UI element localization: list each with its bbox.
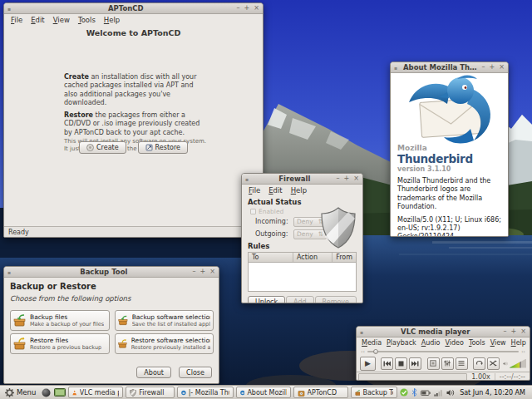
minimize-button[interactable]: – <box>193 268 196 275</box>
gear-icon <box>5 388 14 397</box>
task-button-thunderbird-main[interactable]: |- Mozilla Thunde... <box>177 387 234 398</box>
play-button[interactable]: ▶ <box>360 357 376 371</box>
close-button[interactable]: × <box>499 64 505 71</box>
window-menu-icon[interactable]: ▪ <box>245 176 253 182</box>
restore-software-option[interactable]: Restore software selection Restore previ… <box>115 333 214 354</box>
task-button-aptoncd[interactable]: APTonCD <box>293 387 348 398</box>
seek-back-marker: ‹‹ <box>361 349 365 354</box>
loop-button[interactable] <box>473 357 485 370</box>
backup-software-option[interactable]: Backup software selection Save the list … <box>115 310 214 331</box>
menu-tools[interactable]: Tools <box>74 15 100 25</box>
close-button[interactable]: Close <box>179 367 212 378</box>
seek-handle[interactable] <box>373 349 378 354</box>
restore-button[interactable]: Restore <box>138 141 188 154</box>
thunderbird-titlebar[interactable]: ▪ About Mozilla Thunderbird – + × <box>391 62 508 73</box>
volume-slider[interactable] <box>510 359 526 368</box>
task-button-backup-tool[interactable]: Backup Tool <box>351 387 398 398</box>
extended-settings-button[interactable] <box>441 357 454 370</box>
window-menu-icon[interactable]: ▪ <box>7 6 15 12</box>
browser-launcher-icon[interactable] <box>41 387 52 398</box>
menu-video[interactable]: Video <box>442 338 466 347</box>
vlc-titlebar[interactable]: ▪ VLC media player – + × <box>357 327 530 337</box>
close-button[interactable]: × <box>353 175 359 182</box>
menu-help[interactable]: Help <box>100 15 124 25</box>
backup-heading: Backup or Restore <box>10 282 213 291</box>
firewall-content: Actual Status Enabled Incoming: Deny ⇅ O… <box>242 195 362 303</box>
maximize-button[interactable]: + <box>244 5 250 12</box>
clock[interactable]: Sat Jun 4, 10:20 AM <box>458 389 528 397</box>
battery-icon[interactable] <box>421 389 431 397</box>
maximize-button[interactable]: + <box>344 175 350 182</box>
menu-help[interactable]: Help <box>287 185 311 195</box>
seek-forward-marker: ›› <box>521 349 525 354</box>
network-signal-icon[interactable] <box>434 389 443 397</box>
task-button-vlc[interactable]: VLC media player <box>68 387 123 398</box>
rules-table-body[interactable] <box>249 263 356 291</box>
restore-files-option[interactable]: Restore files Restore a previous backup <box>10 333 110 354</box>
thunderbird-logo <box>399 74 500 144</box>
thunderbird-mini-icon <box>181 389 186 397</box>
speaker-icon[interactable] <box>503 360 508 367</box>
maximize-button[interactable]: + <box>490 64 495 71</box>
backup-files-option[interactable]: Backup files Make a backup of your files <box>10 310 110 331</box>
volume-handle[interactable] <box>520 359 521 368</box>
menu-help[interactable]: Help <box>509 338 529 347</box>
seek-slider[interactable] <box>367 348 519 354</box>
aptoncd-create-description: Create an installation disc with all you… <box>64 73 207 108</box>
aptoncd-statusbar: Ready <box>4 226 263 237</box>
menu-edit[interactable]: Edit <box>27 15 48 25</box>
close-button[interactable]: × <box>520 328 526 335</box>
minimize-button[interactable]: – <box>504 328 507 335</box>
close-button[interactable]: × <box>254 5 259 12</box>
menu-edit[interactable]: Edit <box>264 185 286 195</box>
menu-audio[interactable]: Audio <box>419 338 443 347</box>
menu-playback[interactable]: Playback <box>384 338 419 347</box>
task-button-thunderbird-about[interactable]: About Mozilla Th... <box>236 387 291 398</box>
menu-file[interactable]: File <box>7 15 27 25</box>
about-button[interactable]: About <box>136 367 171 378</box>
minimize-button[interactable]: – <box>482 64 485 71</box>
menu-file[interactable]: File <box>244 185 264 195</box>
menu-view[interactable]: View <box>488 338 509 347</box>
aptoncd-content: Welcome to APTonCD Create an installatio… <box>4 25 263 226</box>
thunderbird-brand: Thunderbird <box>397 152 508 165</box>
previous-button[interactable] <box>381 357 393 370</box>
playlist-button[interactable] <box>456 357 468 370</box>
column-header-from[interactable]: From <box>332 253 356 262</box>
restore-lead: Restore <box>64 111 93 119</box>
shuffle-button[interactable] <box>487 357 500 370</box>
backup-titlebar[interactable]: ▪ Backup Tool – + × <box>4 267 219 278</box>
display-launcher-icon[interactable] <box>54 387 66 398</box>
time-display[interactable]: --:--/--:-- <box>495 373 530 381</box>
fullscreen-button[interactable] <box>427 357 440 370</box>
aptoncd-titlebar[interactable]: ▪ APTonCD – + × <box>4 3 263 14</box>
maximize-button[interactable]: + <box>200 268 206 275</box>
aptoncd-welcome-heading: Welcome to APTonCD <box>4 28 263 37</box>
menu-view[interactable]: View <box>49 15 74 25</box>
bluetooth-icon[interactable] <box>411 388 417 397</box>
volume-tray-icon[interactable] <box>446 389 455 397</box>
update-check-icon[interactable] <box>400 388 408 397</box>
column-header-action[interactable]: Action <box>293 253 332 262</box>
column-header-to[interactable]: To <box>249 253 293 262</box>
create-button[interactable]: Create <box>79 141 126 154</box>
task-button-firewall[interactable]: Firewall <box>126 387 174 398</box>
unlock-button[interactable]: Unlock <box>248 296 285 303</box>
close-button[interactable]: × <box>209 268 215 275</box>
window-menu-icon[interactable]: ▪ <box>360 329 367 335</box>
menu-media[interactable]: Media <box>359 338 384 347</box>
backup-software-desc: Save the list of installed applications <box>132 321 210 328</box>
maximize-button[interactable]: + <box>511 328 517 335</box>
screen-icon <box>54 388 66 397</box>
menu-tools[interactable]: Tools <box>466 338 488 347</box>
minimize-button[interactable]: – <box>237 5 240 12</box>
thunderbird-content: Mozilla Thunderbird version 3.1.10 Mozil… <box>391 73 508 237</box>
firewall-titlebar[interactable]: ▪ Firewall – + × <box>242 174 362 185</box>
stop-button[interactable] <box>395 357 407 370</box>
window-menu-icon[interactable]: ▪ <box>7 269 15 275</box>
playback-rate[interactable]: 1.00x <box>467 373 495 381</box>
window-menu-icon[interactable]: ▪ <box>394 65 401 71</box>
applications-menu-button[interactable]: Menu <box>2 387 38 399</box>
next-button[interactable] <box>409 357 421 370</box>
minimize-button[interactable]: – <box>337 175 340 182</box>
